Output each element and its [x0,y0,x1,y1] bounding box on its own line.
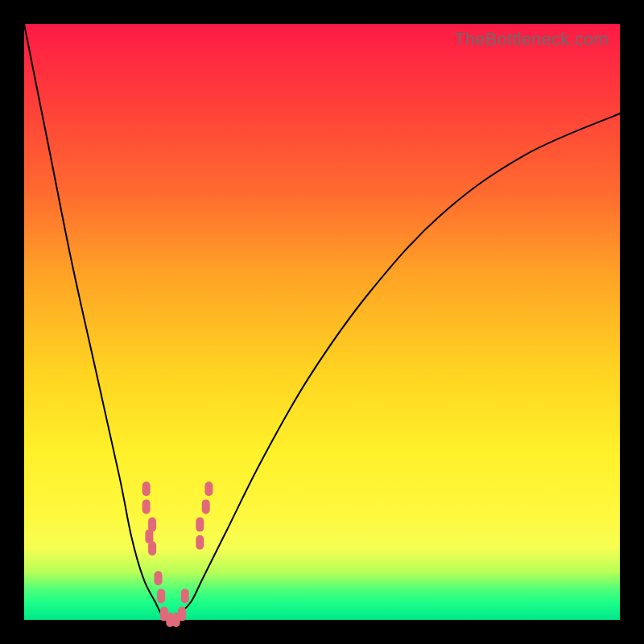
curve-markers-group [142,481,213,627]
curve-marker [142,481,151,496]
bottleneck-curve-svg [24,24,620,620]
chart-frame: TheBottleneck.com [0,0,644,644]
bottleneck-curve-path [24,24,620,621]
curve-marker [155,571,163,585]
curve-marker [157,588,165,603]
curve-marker [181,588,189,603]
curve-marker [202,499,210,514]
curve-marker [178,607,186,621]
curve-marker [142,499,151,514]
curve-marker [148,541,156,555]
chart-plot-area: TheBottleneck.com [24,24,620,620]
curve-marker [196,518,204,532]
curve-marker [196,535,204,550]
curve-marker [204,481,213,496]
